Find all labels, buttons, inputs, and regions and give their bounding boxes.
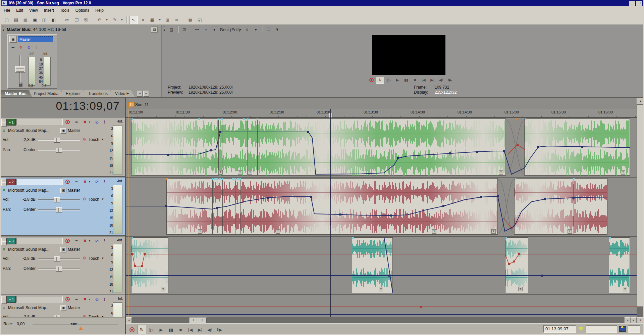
track-fx-button[interactable]: ✖: [82, 296, 88, 302]
marker-flag[interactable]: 11: [128, 102, 135, 108]
track-name-field[interactable]: [16, 179, 63, 185]
automation-mode[interactable]: Touch: [89, 137, 99, 142]
track-name-field[interactable]: [16, 296, 63, 302]
menu-file[interactable]: File: [1, 7, 13, 14]
volume-slider-handle[interactable]: [54, 138, 60, 143]
normal-edit-tool-icon[interactable]: ↖: [129, 16, 138, 24]
audio-event[interactable]: [131, 118, 506, 176]
tab-video-f[interactable]: Video F: [111, 90, 135, 97]
tab-transitions[interactable]: Transitions: [84, 90, 114, 97]
pan-value[interactable]: Center: [17, 266, 36, 271]
selection-end-field[interactable]: [628, 325, 640, 333]
event-pan-crop-icon[interactable]: ✛: [623, 287, 627, 291]
pause-button[interactable]: ▮▮: [402, 76, 410, 84]
copy-snapshot-icon[interactable]: ❐: [265, 26, 273, 33]
track-header-3[interactable]: ◄3≃✖▾⊘!-Inf.≡Microsoft Sound Map...▣Mast…: [1, 237, 125, 294]
event-pan-crop-icon[interactable]: ✛: [621, 170, 625, 175]
pan-slider[interactable]: [38, 269, 80, 270]
event-pan-crop-icon[interactable]: ✛: [379, 287, 383, 291]
tabs-scroll-left-icon[interactable]: ◂: [137, 91, 143, 97]
event-pan-crop-icon[interactable]: ✛: [238, 170, 242, 175]
event-pan-crop-icon[interactable]: ✛: [568, 229, 572, 234]
pan-slider-handle[interactable]: [56, 207, 62, 212]
next-frame-button[interactable]: ‖▶: [215, 325, 224, 335]
record-arm-button[interactable]: [64, 238, 70, 243]
close-icon[interactable]: ×: [163, 25, 165, 28]
undo-icon[interactable]: ↶: [95, 16, 104, 24]
save-snapshot-icon[interactable]: ▼: [273, 26, 281, 33]
audio-device-name[interactable]: Microsoft Sound Map...: [8, 305, 49, 310]
audio-event[interactable]: [352, 237, 393, 293]
master-fader-handle[interactable]: [15, 66, 25, 73]
previous-frame-button[interactable]: ◀‖: [437, 76, 445, 84]
audio-event[interactable]: [524, 118, 630, 176]
preview-menu-icon[interactable]: ▤: [167, 26, 175, 33]
event-pan-crop-icon[interactable]: ✛: [198, 229, 202, 234]
event-pan-crop-icon[interactable]: ✛: [218, 170, 223, 175]
menu-help[interactable]: Help: [92, 7, 107, 14]
scroll-thumb-handle-right[interactable]: ‖: [198, 318, 207, 324]
solo-button[interactable]: !: [102, 119, 107, 125]
preview-quality-dropdown[interactable]: Best (Full) ▾: [219, 27, 243, 32]
vertical-scroll-thumb[interactable]: [637, 105, 644, 307]
pan-value[interactable]: Center: [17, 207, 36, 212]
menu-insert[interactable]: Insert: [41, 7, 57, 14]
play-button[interactable]: ▶: [157, 325, 166, 335]
save-icon[interactable]: ▥: [21, 16, 30, 24]
solo-button[interactable]: !: [102, 179, 107, 185]
track-fx-button[interactable]: ✖: [82, 119, 88, 125]
track-fx-button[interactable]: ✖: [82, 238, 88, 244]
overlays-menu-icon[interactable]: ▾: [252, 26, 260, 33]
video-capture-icon[interactable]: ◧: [49, 16, 58, 24]
restore-button[interactable]: ❐: [636, 1, 642, 6]
record-arm-button[interactable]: [64, 179, 70, 184]
invert-phase-button[interactable]: ≃: [73, 119, 80, 125]
previous-frame-button[interactable]: ◀‖: [205, 325, 214, 335]
restore-track-icon[interactable]: [1, 300, 7, 304]
menu-options[interactable]: Options: [72, 7, 92, 14]
selection-edit-tool-icon[interactable]: ▦: [148, 16, 157, 24]
time-ruler[interactable]: 01:11:0001:11:3001:12:0001:12:3001:13:00…: [126, 109, 637, 118]
automation-settings-icon[interactable]: ⚙: [83, 197, 86, 201]
bus-button[interactable]: ▣: [9, 36, 17, 43]
new-project-icon[interactable]: ▢: [2, 16, 11, 24]
video-output-fx-icon[interactable]: ⊶: [193, 26, 201, 33]
rate-shuttle-handle[interactable]: ◄◆►: [69, 322, 77, 326]
open-icon[interactable]: ▤: [12, 16, 20, 24]
selection-start-field[interactable]: [586, 325, 617, 333]
properties-icon[interactable]: ▣: [31, 16, 39, 24]
volume-value[interactable]: -2,8 dB: [17, 137, 36, 142]
pin-icon[interactable]: ◂: [163, 28, 165, 32]
record-button[interactable]: [367, 76, 375, 84]
restore-track-icon[interactable]: [1, 123, 7, 127]
drag-grip[interactable]: [3, 34, 3, 58]
automation-mode-caret-icon[interactable]: ▾: [102, 138, 104, 141]
bus-assign-button[interactable]: ▣: [60, 188, 66, 193]
restore-track-icon[interactable]: [1, 241, 7, 245]
volume-slider[interactable]: [38, 199, 80, 200]
automation-settings-icon[interactable]: ⚙: [83, 137, 86, 142]
track-fx-button[interactable]: ✖: [82, 179, 88, 185]
automation-settings-icon[interactable]: ⚙: [83, 256, 86, 260]
loop-playback-button[interactable]: ↻: [376, 76, 384, 84]
audio-event[interactable]: [609, 237, 630, 293]
cursor-time-field[interactable]: 01:13:09,07: [543, 325, 576, 333]
go-to-start-button[interactable]: |◀: [186, 325, 195, 335]
play-from-start-button[interactable]: |▷: [147, 325, 156, 335]
pin-icon[interactable]: ◂: [2, 28, 4, 32]
track-fx-menu-icon[interactable]: ▾: [88, 120, 91, 124]
audio-device-name[interactable]: Microsoft Sound Map...: [8, 128, 49, 133]
go-to-end-button[interactable]: ▶|: [428, 76, 436, 84]
automation-settings-icon[interactable]: ⚙: [18, 45, 24, 50]
scroll-down-button[interactable]: ▾: [637, 317, 644, 323]
tab-explorer[interactable]: Explorer: [62, 90, 87, 97]
tab-master-bus[interactable]: Master Bus: [1, 90, 33, 97]
mute-button[interactable]: ⊘: [94, 238, 100, 244]
volume-slider-handle[interactable]: [54, 256, 60, 261]
timecode-display[interactable]: 01:13:09,07: [56, 99, 120, 112]
mute-button[interactable]: ⊘: [94, 179, 100, 185]
scroll-right-button-a[interactable]: ◂: [625, 317, 631, 323]
insert-fx-icon[interactable]: ⊶: [10, 45, 16, 50]
pan-slider[interactable]: [38, 209, 80, 210]
solo-button[interactable]: !: [102, 296, 107, 302]
